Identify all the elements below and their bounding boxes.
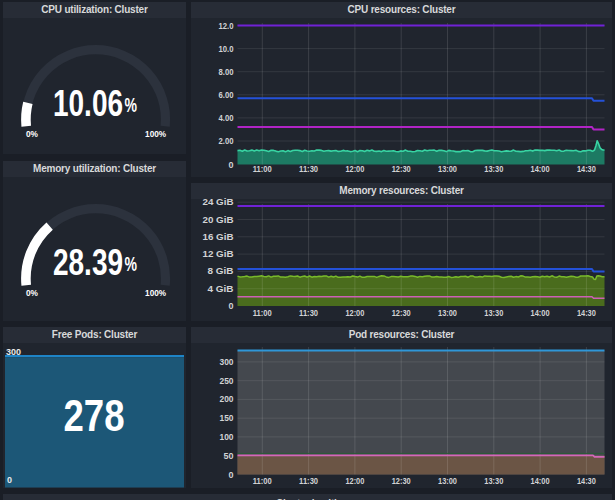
svg-text:150: 150 (220, 413, 234, 423)
svg-text:4 GiB: 4 GiB (208, 284, 235, 294)
svg-text:13:30: 13:30 (484, 476, 503, 486)
svg-text:278: 278 (64, 391, 125, 440)
svg-text:11:30: 11:30 (299, 308, 318, 318)
svg-text:14:30: 14:30 (577, 476, 596, 486)
svg-text:14:00: 14:00 (531, 476, 550, 486)
svg-text:4.00: 4.00 (219, 113, 234, 123)
svg-text:11:00: 11:00 (253, 164, 272, 174)
svg-text:14:30: 14:30 (577, 164, 596, 174)
svg-text:11:00: 11:00 (253, 476, 272, 486)
svg-text:0: 0 (229, 470, 234, 480)
svg-text:300: 300 (6, 347, 21, 357)
svg-text:0: 0 (229, 160, 234, 170)
svg-text:%: % (125, 253, 138, 275)
svg-text:0: 0 (7, 475, 12, 485)
svg-text:12:00: 12:00 (345, 164, 364, 174)
svg-text:16 GiB: 16 GiB (203, 232, 235, 242)
svg-text:100%: 100% (145, 288, 166, 298)
svg-text:%: % (125, 94, 138, 116)
svg-text:13:30: 13:30 (484, 164, 503, 174)
svg-text:14:00: 14:00 (531, 308, 550, 318)
svg-text:0: 0 (229, 301, 234, 311)
svg-text:12.0: 12.0 (219, 21, 234, 31)
svg-text:100%: 100% (145, 129, 166, 139)
svg-text:0%: 0% (26, 129, 38, 139)
svg-text:11:00: 11:00 (253, 308, 272, 318)
svg-text:12:00: 12:00 (345, 476, 364, 486)
svg-text:10.0: 10.0 (219, 44, 234, 54)
svg-text:100: 100 (220, 432, 234, 442)
svg-text:50: 50 (224, 451, 234, 461)
svg-text:13:00: 13:00 (438, 476, 457, 486)
svg-text:12:00: 12:00 (345, 308, 364, 318)
svg-text:11:30: 11:30 (299, 164, 318, 174)
svg-text:8 GiB: 8 GiB (208, 266, 235, 276)
svg-text:250: 250 (220, 376, 234, 386)
svg-text:12 GiB: 12 GiB (203, 249, 235, 259)
svg-text:13:00: 13:00 (438, 164, 457, 174)
svg-text:0%: 0% (26, 288, 38, 298)
svg-text:200: 200 (220, 394, 234, 404)
svg-text:2.00: 2.00 (219, 136, 234, 146)
svg-text:300: 300 (220, 357, 234, 367)
svg-text:11:30: 11:30 (299, 476, 318, 486)
svg-text:28.39: 28.39 (53, 242, 123, 283)
svg-text:13:00: 13:00 (438, 308, 457, 318)
svg-text:8.00: 8.00 (219, 67, 234, 77)
svg-text:13:30: 13:30 (484, 308, 503, 318)
svg-text:6.00: 6.00 (219, 90, 234, 100)
svg-text:12:30: 12:30 (392, 308, 411, 318)
svg-text:10.06: 10.06 (53, 83, 123, 124)
svg-text:14:30: 14:30 (577, 308, 596, 318)
svg-text:24 GiB: 24 GiB (203, 197, 235, 207)
svg-text:12:30: 12:30 (392, 476, 411, 486)
svg-text:20 GiB: 20 GiB (203, 215, 235, 225)
svg-text:14:00: 14:00 (531, 164, 550, 174)
svg-text:12:30: 12:30 (392, 164, 411, 174)
